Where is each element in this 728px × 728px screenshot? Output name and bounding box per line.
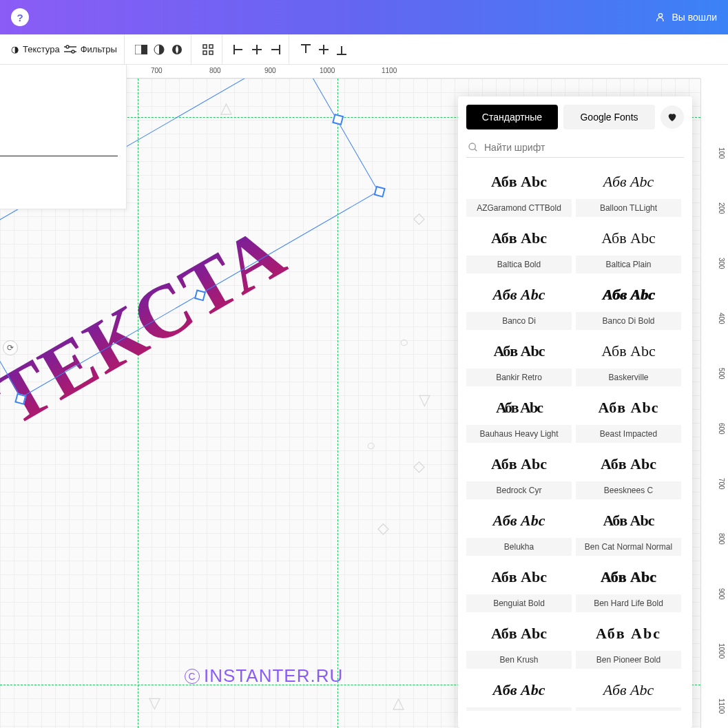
svg-rect-9 [203, 45, 207, 48]
font-option[interactable]: Абв AbcBaltica Plain [576, 221, 681, 273]
mask-circle-icon[interactable] [152, 43, 166, 56]
font-name-label: Ben Pioneer Bold [576, 651, 681, 669]
font-option[interactable]: Абв AbcBen Pioneer Bold [576, 616, 681, 669]
filters-tool[interactable]: Фильтры [64, 44, 117, 54]
font-preview: Абв Abc [576, 560, 681, 594]
font-preview: Абв Abc [466, 560, 572, 594]
favorites-button[interactable] [661, 105, 684, 129]
font-name-label: Balloon TLLight [576, 199, 681, 217]
font-preview: Абв Abc [466, 616, 572, 651]
font-option[interactable]: Абв AbcBanco Di [466, 278, 572, 330]
font-option[interactable]: Абв AbcBauhaus Heavy Light [466, 391, 572, 443]
font-preview: Абв Abc [466, 334, 572, 368]
font-option[interactable]: Абв AbcBen Cat Normal Normal [576, 503, 681, 556]
font-name-label: Bankir Retro [466, 368, 572, 386]
svg-rect-6 [141, 45, 147, 54]
align-left-icon[interactable] [232, 43, 246, 56]
font-name-label: Banco Di [466, 312, 572, 330]
font-name-label: Betina Script Bold [466, 707, 572, 711]
align-center-v-icon[interactable] [317, 43, 331, 56]
deco-circle-icon: ○ [399, 333, 408, 351]
font-preview: Абв Abc [576, 391, 681, 425]
font-option[interactable]: Абв AbcBen Krush [466, 616, 572, 669]
font-preview: Абв Abc [576, 334, 681, 368]
font-search-input[interactable] [484, 142, 683, 153]
font-preview: Абв Abc [576, 616, 681, 651]
font-preview: Абв Abc [466, 503, 572, 538]
font-option[interactable]: Абв AbcBalloon TLLight [576, 165, 681, 217]
mask-swirl-icon[interactable] [170, 43, 184, 56]
grid-icon[interactable] [201, 43, 215, 56]
resize-handle[interactable] [332, 114, 344, 125]
font-preview: Абв Abc [466, 278, 572, 312]
font-preview: Абв Abc [576, 447, 681, 481]
font-option[interactable]: Абв AbcBelukha [466, 503, 572, 556]
login-label: Вы вошли [672, 12, 717, 23]
font-name-label: Ben Cat Normal Normal [576, 538, 681, 556]
align-center-h-icon[interactable] [250, 43, 264, 56]
font-name-label: Belukha [466, 538, 572, 556]
font-preview: Абв Abc [576, 673, 681, 707]
font-option[interactable]: Абв AbcBaskerville [576, 334, 681, 386]
font-option[interactable]: Абв AbcBickham Script Alt One [576, 673, 681, 711]
font-preview: Абв Abc [466, 447, 572, 481]
svg-point-4 [72, 50, 74, 53]
svg-point-3 [66, 45, 69, 48]
deco-triangle-icon: ▽ [419, 391, 430, 409]
deco-triangle-icon: △ [393, 694, 404, 712]
font-preview: Абв Abc [576, 278, 681, 312]
font-option[interactable]: Абв AbcBeesknees C [576, 447, 681, 499]
copyright-icon: C [185, 669, 200, 684]
font-name-label: Bauhaus Heavy Light [466, 425, 572, 443]
font-name-label: Baltica Plain [576, 256, 681, 273]
font-preview: Абв Abc [466, 221, 572, 256]
font-option[interactable]: Абв AbcBeast Impacted [576, 391, 681, 443]
font-name-label: Beast Impacted [576, 425, 681, 443]
font-search[interactable] [466, 138, 684, 158]
font-option[interactable]: Абв AbcAZGaramond CTTBold [466, 165, 572, 217]
svg-rect-10 [209, 45, 213, 48]
deco-diamond-icon: ◇ [377, 519, 389, 537]
search-icon [468, 142, 479, 153]
font-preview: Абв Abc [466, 673, 572, 707]
font-name-label: Benguiat Bold [466, 594, 572, 612]
tab-google-fonts[interactable]: Google Fonts [563, 105, 655, 129]
font-name-label: Ben Hard Life Bold [576, 594, 681, 612]
tab-standard-fonts[interactable]: Стандартные [466, 105, 558, 129]
font-list[interactable]: Абв AbcAZGaramond CTTBoldАбв AbcBalloon … [466, 165, 684, 711]
font-option[interactable]: Абв AbcBenguiat Bold [466, 560, 572, 612]
svg-point-25 [469, 143, 475, 149]
resize-handle[interactable] [374, 186, 386, 198]
login-status[interactable]: Вы вошли [655, 12, 717, 23]
font-name-label: Banco Di Bold [576, 312, 681, 330]
font-option[interactable]: Абв AbcBaltica Bold [466, 221, 572, 273]
ruler-horizontal: 700 800 900 1000 1100 [127, 65, 700, 79]
svg-line-26 [475, 149, 477, 151]
deco-diamond-icon: ◇ [413, 457, 425, 475]
user-icon [655, 12, 666, 23]
svg-rect-11 [203, 51, 207, 54]
watermark: C INSTANTER.RU [185, 665, 343, 687]
deco-circle-icon: ○ [366, 437, 375, 455]
font-option[interactable]: Абв AbcBanco Di Bold [576, 278, 681, 330]
toolbar: ◑ Текстура Фильтры [0, 34, 728, 65]
help-button[interactable]: ? [11, 8, 29, 26]
align-bottom-icon[interactable] [335, 43, 349, 56]
deco-triangle-icon: ▽ [149, 694, 160, 712]
align-right-icon[interactable] [268, 43, 282, 56]
ruler-vertical: 100 200 300 400 500 600 700 800 900 1000… [700, 79, 728, 728]
font-option[interactable]: Абв AbcBedrock Cyr [466, 447, 572, 499]
texture-icon: ◑ [11, 44, 19, 54]
font-name-label: Baltica Bold [466, 256, 572, 273]
font-option[interactable]: Абв AbcBetina Script Bold [466, 673, 572, 711]
font-preview: Абв Abc [576, 165, 681, 199]
svg-point-0 [659, 14, 663, 17]
font-option[interactable]: Абв AbcBankir Retro [466, 334, 572, 386]
font-option[interactable]: Абв AbcBen Hard Life Bold [576, 560, 681, 612]
font-preview: Абв Abc [466, 391, 572, 425]
rotate-handle[interactable]: ⟳ [3, 340, 18, 355]
font-name-label: Ben Krush [466, 651, 572, 669]
mask-rect-icon[interactable] [134, 43, 148, 56]
texture-tool[interactable]: ◑ Текстура [11, 44, 60, 54]
align-top-icon[interactable] [299, 43, 313, 56]
